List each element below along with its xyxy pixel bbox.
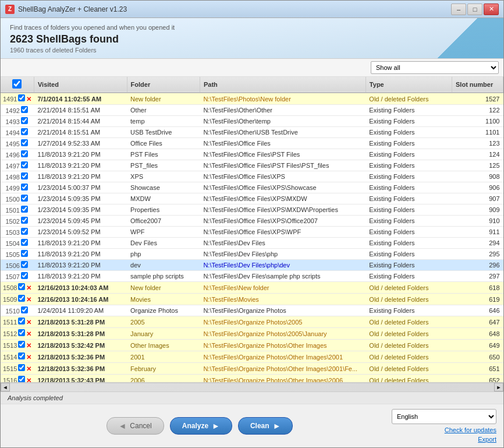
- row-checkbox[interactable]: [21, 250, 28, 257]
- row-id-cell[interactable]: 1506: [1, 260, 34, 271]
- cell-slot: 125: [452, 160, 503, 171]
- row-checkbox[interactable]: [18, 341, 25, 348]
- cell-slot: 650: [452, 351, 503, 363]
- clean-button[interactable]: Clean ►: [238, 417, 293, 435]
- row-checkbox[interactable]: [21, 206, 28, 213]
- minimize-button[interactable]: –: [451, 3, 466, 15]
- row-checkbox[interactable]: [21, 228, 28, 235]
- cell-type: Old / deleted Folders: [365, 328, 452, 340]
- row-id-cell[interactable]: 1499: [1, 182, 34, 193]
- title-bar-controls: – □ ✕: [451, 3, 499, 15]
- cancel-button[interactable]: ◄ Cancel: [107, 417, 164, 435]
- cell-visited: 12/16/2013 10:24:03 AM: [34, 282, 127, 294]
- cell-visited: 1/23/2014 5:09:52 PM: [34, 227, 127, 238]
- row-id-cell[interactable]: 1505: [1, 249, 34, 260]
- row-checkbox[interactable]: [21, 306, 28, 313]
- row-number: 1515: [3, 365, 17, 372]
- cell-folder: temp: [127, 116, 200, 127]
- cell-path: N:\TestFiles\Dev Files\php: [200, 249, 365, 260]
- row-id-cell[interactable]: 1498: [1, 171, 34, 182]
- row-id-cell[interactable]: 1495: [1, 138, 34, 149]
- row-checkbox[interactable]: [18, 376, 25, 382]
- row-id-cell[interactable]: 1508✕: [1, 282, 34, 294]
- row-number: 1503: [6, 229, 20, 236]
- cell-folder: XPS: [127, 171, 200, 182]
- cell-type: Old / deleted Folders: [365, 316, 452, 328]
- row-checkbox[interactable]: [21, 150, 28, 157]
- cell-type: Existing Folders: [365, 260, 452, 271]
- cell-visited: 1/23/2014 5:09:35 PM: [34, 204, 127, 216]
- row-id-cell[interactable]: 1510: [1, 305, 34, 316]
- row-id-cell[interactable]: 1507: [1, 271, 34, 282]
- row-checkbox[interactable]: [21, 117, 28, 124]
- analyze-button[interactable]: Analyze ►: [170, 417, 232, 435]
- row-checkbox[interactable]: [21, 184, 28, 191]
- row-id-cell[interactable]: 1516✕: [1, 375, 34, 383]
- cell-type: Old / deleted Folders: [365, 375, 452, 383]
- analyze-right-arrow: ►: [212, 421, 220, 431]
- row-checkbox[interactable]: [21, 161, 28, 168]
- row-checkbox[interactable]: [18, 318, 25, 324]
- row-checkbox[interactable]: [21, 172, 28, 179]
- row-checkbox[interactable]: [21, 217, 28, 224]
- row-id-cell[interactable]: 1514✕: [1, 351, 34, 363]
- row-id-cell[interactable]: 1512✕: [1, 328, 34, 340]
- row-id-cell[interactable]: 1493: [1, 116, 34, 127]
- row-checkbox[interactable]: [21, 139, 28, 146]
- cell-slot: 122: [452, 105, 503, 116]
- row-number: 1504: [6, 240, 20, 247]
- row-id-cell[interactable]: 1500: [1, 193, 34, 204]
- analyze-label: Analyze: [182, 422, 208, 430]
- row-id-cell[interactable]: 1497: [1, 160, 34, 171]
- row-id-cell[interactable]: 1494: [1, 127, 34, 138]
- row-checkbox[interactable]: [21, 239, 28, 246]
- row-id-cell[interactable]: 1503: [1, 227, 34, 238]
- row-id-cell[interactable]: 1492: [1, 105, 34, 116]
- row-checkbox[interactable]: [18, 329, 25, 336]
- cell-type: Existing Folders: [365, 249, 452, 260]
- filter-select[interactable]: Show all Show deleted only Show existing…: [371, 61, 499, 74]
- row-checkbox[interactable]: [21, 128, 28, 135]
- cell-visited: 2/21/2014 8:15:51 AM: [34, 105, 127, 116]
- row-id-cell[interactable]: 1513✕: [1, 340, 34, 351]
- scroll-right-button[interactable]: ►: [494, 383, 503, 391]
- maximize-button[interactable]: □: [467, 3, 482, 15]
- cell-folder: php: [127, 249, 200, 260]
- cell-visited: 11/8/2013 9:21:20 PM: [34, 171, 127, 182]
- row-checkbox[interactable]: [18, 283, 25, 290]
- row-id-cell[interactable]: 1496: [1, 149, 34, 160]
- table-row: 14991/23/2014 5:00:37 PMShowcaseN:\TestF…: [1, 182, 503, 193]
- cell-type: Old / deleted Folders: [365, 93, 452, 105]
- row-id-cell[interactable]: 1515✕: [1, 363, 34, 375]
- main-window: Z ShellBag AnalyZer + Cleaner v1.23 – □ …: [0, 0, 504, 448]
- check-updates-link[interactable]: Check for updates: [445, 426, 496, 433]
- row-id-cell[interactable]: 1504: [1, 238, 34, 249]
- row-checkbox[interactable]: [21, 272, 28, 279]
- row-number: 1497: [6, 163, 20, 170]
- cell-slot: 649: [452, 340, 503, 351]
- row-checkbox[interactable]: [21, 261, 28, 268]
- row-checkbox[interactable]: [18, 295, 25, 302]
- row-id-cell[interactable]: 1509✕: [1, 294, 34, 305]
- select-all-checkbox[interactable]: [12, 79, 22, 89]
- row-id-cell[interactable]: 1511✕: [1, 316, 34, 328]
- row-number: 1512: [3, 330, 17, 337]
- row-checkbox[interactable]: [21, 195, 28, 202]
- language-select[interactable]: English German French Spanish: [392, 409, 496, 424]
- row-checkbox[interactable]: [18, 94, 25, 101]
- row-checkbox[interactable]: [18, 352, 25, 359]
- row-checkbox[interactable]: [18, 364, 25, 371]
- scroll-left-button[interactable]: ◄: [1, 383, 10, 391]
- col-checkbox[interactable]: [1, 77, 34, 93]
- row-id-cell[interactable]: 1491✕: [1, 93, 34, 105]
- row-id-cell[interactable]: 1502: [1, 216, 34, 227]
- data-table: Visited Folder Path Type Slot number 149…: [1, 77, 503, 382]
- row-number: 1499: [6, 185, 20, 192]
- row-checkbox[interactable]: [21, 106, 28, 113]
- row-id-cell[interactable]: 1501: [1, 204, 34, 216]
- export-link[interactable]: Export: [478, 436, 496, 443]
- row-number: 1494: [6, 129, 20, 136]
- cell-type: Existing Folders: [365, 193, 452, 204]
- cell-slot: 1101: [452, 127, 503, 138]
- close-button[interactable]: ✕: [484, 3, 499, 15]
